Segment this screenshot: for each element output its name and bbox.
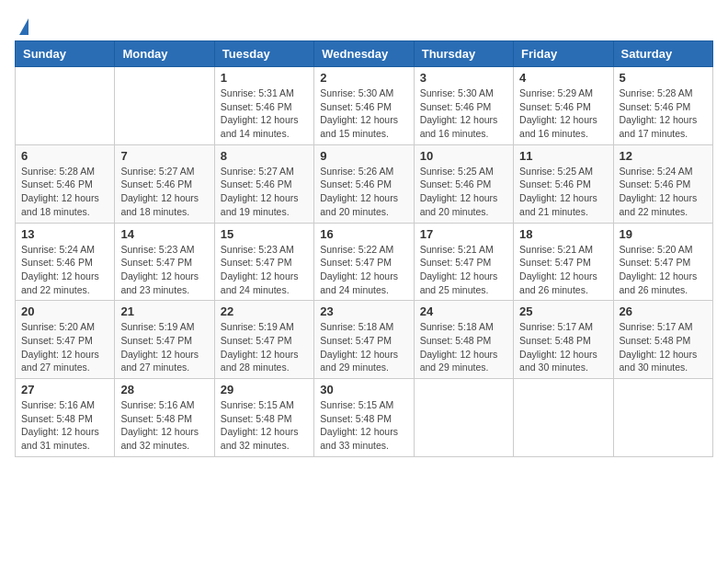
day-number: 28: [120, 383, 208, 396]
day-number: 13: [21, 227, 108, 241]
day-info: Sunrise: 5:27 AM Sunset: 5:46 PM Dayligh…: [120, 165, 208, 219]
calendar-cell: 17Sunrise: 5:21 AM Sunset: 5:47 PM Dayli…: [414, 223, 513, 301]
day-number: 22: [221, 304, 308, 318]
calendar-cell: 12Sunrise: 5:24 AM Sunset: 5:46 PM Dayli…: [613, 144, 712, 223]
calendar-cell: 13Sunrise: 5:24 AM Sunset: 5:46 PM Dayli…: [16, 223, 115, 301]
day-number: 6: [21, 149, 108, 163]
day-number: 9: [320, 149, 407, 163]
calendar-cell: 29Sunrise: 5:15 AM Sunset: 5:48 PM Dayli…: [214, 379, 313, 457]
day-number: 3: [420, 71, 507, 85]
day-number: 24: [420, 304, 507, 318]
day-number: 23: [320, 304, 407, 318]
day-info: Sunrise: 5:29 AM Sunset: 5:46 PM Dayligh…: [519, 86, 607, 141]
calendar-cell: [613, 379, 712, 457]
day-info: Sunrise: 5:15 AM Sunset: 5:48 PM Dayligh…: [221, 398, 308, 453]
day-info: Sunrise: 5:25 AM Sunset: 5:46 PM Dayligh…: [519, 165, 607, 219]
calendar-cell: 16Sunrise: 5:22 AM Sunset: 5:47 PM Dayli…: [314, 223, 414, 301]
calendar-cell: 28Sunrise: 5:16 AM Sunset: 5:48 PM Dayli…: [115, 379, 214, 457]
day-number: 7: [120, 149, 208, 163]
day-info: Sunrise: 5:16 AM Sunset: 5:48 PM Dayligh…: [21, 398, 108, 453]
calendar-week-row: 27Sunrise: 5:16 AM Sunset: 5:48 PM Dayli…: [16, 379, 713, 457]
day-info: Sunrise: 5:22 AM Sunset: 5:47 PM Dayligh…: [320, 243, 407, 297]
day-number: 12: [620, 149, 707, 163]
column-header-thursday: Thursday: [414, 41, 513, 67]
day-info: Sunrise: 5:28 AM Sunset: 5:46 PM Dayligh…: [21, 165, 108, 219]
calendar-header-row: SundayMondayTuesdayWednesdayThursdayFrid…: [16, 41, 713, 67]
day-number: 11: [519, 149, 607, 163]
day-info: Sunrise: 5:24 AM Sunset: 5:46 PM Dayligh…: [21, 243, 108, 297]
day-info: Sunrise: 5:19 AM Sunset: 5:47 PM Dayligh…: [120, 320, 208, 374]
day-info: Sunrise: 5:21 AM Sunset: 5:47 PM Dayligh…: [519, 243, 607, 297]
day-number: 20: [21, 304, 108, 318]
day-info: Sunrise: 5:18 AM Sunset: 5:48 PM Dayligh…: [420, 320, 507, 374]
day-info: Sunrise: 5:28 AM Sunset: 5:46 PM Dayligh…: [620, 86, 707, 141]
column-header-saturday: Saturday: [613, 41, 712, 67]
day-number: 4: [519, 71, 607, 85]
day-info: Sunrise: 5:20 AM Sunset: 5:47 PM Dayligh…: [620, 243, 707, 297]
calendar-cell: [414, 379, 513, 457]
calendar-cell: 8Sunrise: 5:27 AM Sunset: 5:46 PM Daylig…: [214, 144, 313, 223]
calendar-cell: [16, 67, 115, 145]
logo-triangle-icon: [19, 18, 28, 35]
day-info: Sunrise: 5:17 AM Sunset: 5:48 PM Dayligh…: [620, 320, 707, 374]
day-info: Sunrise: 5:20 AM Sunset: 5:47 PM Dayligh…: [21, 320, 108, 374]
day-info: Sunrise: 5:24 AM Sunset: 5:46 PM Dayligh…: [620, 165, 707, 219]
column-header-monday: Monday: [115, 41, 214, 67]
day-info: Sunrise: 5:19 AM Sunset: 5:47 PM Dayligh…: [221, 320, 308, 374]
calendar-cell: 26Sunrise: 5:17 AM Sunset: 5:48 PM Dayli…: [613, 301, 712, 379]
calendar-cell: 11Sunrise: 5:25 AM Sunset: 5:46 PM Dayli…: [514, 144, 613, 223]
day-info: Sunrise: 5:15 AM Sunset: 5:48 PM Dayligh…: [320, 398, 407, 453]
day-info: Sunrise: 5:31 AM Sunset: 5:46 PM Dayligh…: [221, 86, 308, 141]
calendar-cell: 3Sunrise: 5:30 AM Sunset: 5:46 PM Daylig…: [414, 67, 513, 145]
calendar-week-row: 13Sunrise: 5:24 AM Sunset: 5:46 PM Dayli…: [16, 223, 713, 301]
day-number: 5: [620, 71, 707, 85]
calendar-cell: 15Sunrise: 5:23 AM Sunset: 5:47 PM Dayli…: [214, 223, 313, 301]
day-number: 1: [221, 71, 308, 85]
day-info: Sunrise: 5:30 AM Sunset: 5:46 PM Dayligh…: [320, 86, 407, 141]
calendar-cell: [514, 379, 613, 457]
calendar-cell: 4Sunrise: 5:29 AM Sunset: 5:46 PM Daylig…: [514, 67, 613, 145]
calendar-cell: 19Sunrise: 5:20 AM Sunset: 5:47 PM Dayli…: [613, 223, 712, 301]
day-info: Sunrise: 5:27 AM Sunset: 5:46 PM Dayligh…: [221, 165, 308, 219]
calendar-week-row: 20Sunrise: 5:20 AM Sunset: 5:47 PM Dayli…: [16, 301, 713, 379]
column-header-friday: Friday: [514, 41, 613, 67]
day-info: Sunrise: 5:17 AM Sunset: 5:48 PM Dayligh…: [519, 320, 607, 374]
day-number: 30: [320, 383, 407, 396]
day-number: 21: [120, 304, 208, 318]
day-info: Sunrise: 5:18 AM Sunset: 5:47 PM Dayligh…: [320, 320, 407, 374]
calendar-table: SundayMondayTuesdayWednesdayThursdayFrid…: [15, 40, 713, 457]
day-number: 2: [320, 71, 407, 85]
day-info: Sunrise: 5:25 AM Sunset: 5:46 PM Dayligh…: [420, 165, 507, 219]
day-info: Sunrise: 5:30 AM Sunset: 5:46 PM Dayligh…: [420, 86, 507, 141]
calendar-cell: 9Sunrise: 5:26 AM Sunset: 5:46 PM Daylig…: [314, 144, 414, 223]
calendar-cell: 27Sunrise: 5:16 AM Sunset: 5:48 PM Dayli…: [16, 379, 115, 457]
column-header-wednesday: Wednesday: [314, 41, 414, 67]
calendar-cell: 25Sunrise: 5:17 AM Sunset: 5:48 PM Dayli…: [514, 301, 613, 379]
day-info: Sunrise: 5:16 AM Sunset: 5:48 PM Dayligh…: [120, 398, 208, 453]
column-header-tuesday: Tuesday: [214, 41, 313, 67]
day-number: 8: [221, 149, 308, 163]
calendar-cell: 2Sunrise: 5:30 AM Sunset: 5:46 PM Daylig…: [314, 67, 414, 145]
day-number: 25: [519, 304, 607, 318]
calendar-cell: 30Sunrise: 5:15 AM Sunset: 5:48 PM Dayli…: [314, 379, 414, 457]
day-info: Sunrise: 5:21 AM Sunset: 5:47 PM Dayligh…: [420, 243, 507, 297]
column-header-sunday: Sunday: [16, 41, 115, 67]
calendar-cell: 1Sunrise: 5:31 AM Sunset: 5:46 PM Daylig…: [214, 67, 313, 145]
day-number: 16: [320, 227, 407, 241]
calendar-cell: 10Sunrise: 5:25 AM Sunset: 5:46 PM Dayli…: [414, 144, 513, 223]
calendar-week-row: 6Sunrise: 5:28 AM Sunset: 5:46 PM Daylig…: [16, 144, 713, 223]
calendar-cell: 7Sunrise: 5:27 AM Sunset: 5:46 PM Daylig…: [115, 144, 214, 223]
calendar-cell: 20Sunrise: 5:20 AM Sunset: 5:47 PM Dayli…: [16, 301, 115, 379]
logo: [15, 15, 28, 35]
calendar-cell: 6Sunrise: 5:28 AM Sunset: 5:46 PM Daylig…: [16, 144, 115, 223]
calendar-week-row: 1Sunrise: 5:31 AM Sunset: 5:46 PM Daylig…: [16, 67, 713, 145]
calendar-cell: 22Sunrise: 5:19 AM Sunset: 5:47 PM Dayli…: [214, 301, 313, 379]
day-number: 26: [620, 304, 707, 318]
day-number: 17: [420, 227, 507, 241]
calendar-cell: 24Sunrise: 5:18 AM Sunset: 5:48 PM Dayli…: [414, 301, 513, 379]
day-info: Sunrise: 5:23 AM Sunset: 5:47 PM Dayligh…: [120, 243, 208, 297]
calendar-cell: 18Sunrise: 5:21 AM Sunset: 5:47 PM Dayli…: [514, 223, 613, 301]
day-number: 18: [519, 227, 607, 241]
day-number: 29: [221, 383, 308, 396]
calendar-cell: [115, 67, 214, 145]
